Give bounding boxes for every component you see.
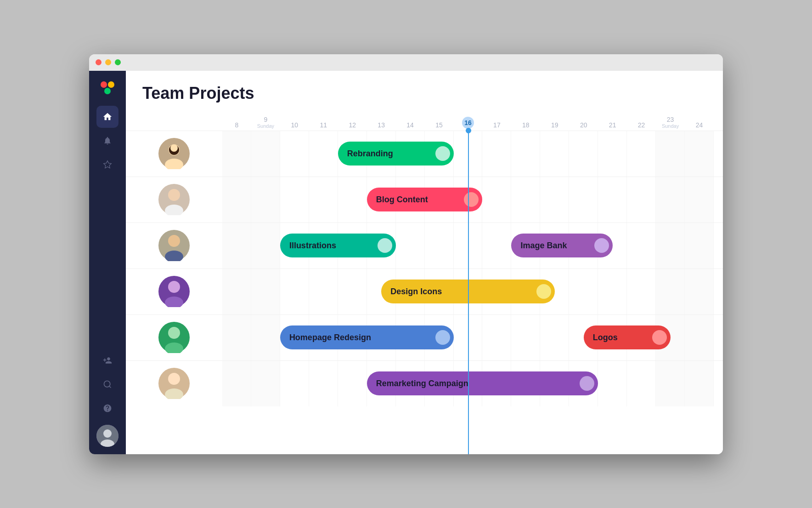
task-label-illustrations: Illustrations [289,241,336,251]
task-label-design-icons: Design Icons [390,287,442,297]
timeline-day-13: 13 [367,121,396,129]
task-dot-blog-content [464,192,479,207]
svg-point-24 [168,327,180,339]
sidebar-item-notifications[interactable] [96,130,118,152]
gantt-row-rebranding: Rebranding [126,131,723,177]
row-avatar-design-icons [126,276,222,307]
gantt-row-homepage-redesign: Homepage RedesignLogos [126,314,723,360]
sidebar-item-help[interactable] [96,397,118,419]
task-bar-image-bank[interactable]: Image Bank [511,234,612,257]
timeline-day-16: 16 [454,117,483,129]
app-window: Team Projects 89Sunday101112131415161718… [89,54,723,454]
svg-point-18 [168,235,180,247]
row-grid-blog-content: Blog Content [222,177,714,223]
task-label-rebranding: Rebranding [347,149,393,159]
task-bar-remarketing-campaign[interactable]: Remarketing Campaign [367,371,598,395]
timeline-day-21: 21 [598,121,627,129]
svg-point-1 [108,81,114,88]
timeline-day-20: 20 [569,121,598,129]
gantt-row-blog-content: Blog Content [126,177,723,223]
gantt-area: 89Sunday1011121314151617181920212223Sund… [126,110,723,454]
timeline-day-24: 24 [685,121,714,129]
row-avatar-illustrations [126,230,222,261]
svg-marker-3 [104,160,112,168]
sidebar-item-add-user[interactable] [96,349,118,371]
row-avatar-blog-content [126,184,222,215]
task-dot-image-bank [594,238,609,253]
svg-point-0 [101,81,107,88]
sidebar-item-home[interactable] [96,106,118,128]
timeline-day-10: 10 [280,121,309,129]
svg-point-2 [104,88,111,94]
sidebar-item-search[interactable] [96,373,118,395]
svg-point-15 [168,189,180,201]
row-grid-rebranding: Rebranding [222,131,714,177]
task-dot-rebranding [435,146,450,161]
sidebar [89,71,126,454]
page-header: Team Projects [126,71,723,110]
svg-point-4 [104,381,110,387]
titlebar [89,54,723,71]
task-bar-rebranding[interactable]: Rebranding [338,142,454,166]
svg-point-21 [168,281,180,293]
timeline-day-17: 17 [482,121,511,129]
task-bar-illustrations[interactable]: Illustrations [280,234,396,257]
timeline-day-23: 23Sunday [656,116,685,129]
svg-point-27 [168,373,180,385]
task-label-blog-content: Blog Content [376,195,428,205]
task-label-logos: Logos [593,333,618,342]
task-label-homepage-redesign: Homepage Redesign [289,333,371,342]
sidebar-item-favorites[interactable] [96,154,118,176]
gantt-rows: RebrandingBlog ContentIllustrationsImage… [126,131,723,454]
row-grid-illustrations: IllustrationsImage Bank [222,223,714,268]
timeline-day-18: 18 [511,121,540,129]
task-bar-homepage-redesign[interactable]: Homepage Redesign [280,325,454,349]
row-avatar-rebranding [126,138,222,169]
svg-line-5 [109,386,111,388]
row-avatar-homepage-redesign [126,322,222,353]
task-dot-illustrations [378,238,392,253]
task-bar-blog-content[interactable]: Blog Content [367,188,483,211]
row-grid-design-icons: Design Icons [222,269,714,314]
row-avatar-remarketing [126,368,222,399]
gantt-row-remarketing: Remarketing Campaign [126,360,723,406]
task-bar-logos[interactable]: Logos [584,325,671,349]
gantt-row-illustrations: IllustrationsImage Bank [126,223,723,268]
row-grid-homepage-redesign: Homepage RedesignLogos [222,315,714,360]
timeline-day-11: 11 [309,121,338,129]
minimize-button[interactable] [105,59,111,65]
task-dot-design-icons [536,284,551,299]
timeline-day-19: 19 [540,121,569,129]
timeline-header: 89Sunday1011121314151617181920212223Sund… [222,110,714,131]
task-dot-homepage-redesign [435,330,450,345]
task-dot-remarketing-campaign [580,376,594,391]
task-bar-design-icons[interactable]: Design Icons [381,280,555,303]
maximize-button[interactable] [115,59,121,65]
user-avatar[interactable] [96,425,118,447]
svg-point-13 [170,144,178,152]
timeline-day-8: 8 [222,121,251,129]
main-content: Team Projects 89Sunday101112131415161718… [126,71,723,454]
timeline-day-22: 22 [627,121,656,129]
timeline-day-15: 15 [425,121,454,129]
timeline-day-9: 9Sunday [251,116,280,129]
timeline-day-12: 12 [338,121,367,129]
task-label-remarketing-campaign: Remarketing Campaign [376,379,468,388]
logo[interactable] [97,78,118,98]
svg-point-7 [103,429,112,438]
page-title: Team Projects [142,84,706,103]
task-label-image-bank: Image Bank [520,241,567,251]
app-body: Team Projects 89Sunday101112131415161718… [89,71,723,454]
close-button[interactable] [96,59,102,65]
task-dot-logos [652,330,667,345]
timeline-day-14: 14 [396,121,425,129]
gantt-row-design-icons: Design Icons [126,268,723,314]
row-grid-remarketing: Remarketing Campaign [222,361,714,406]
